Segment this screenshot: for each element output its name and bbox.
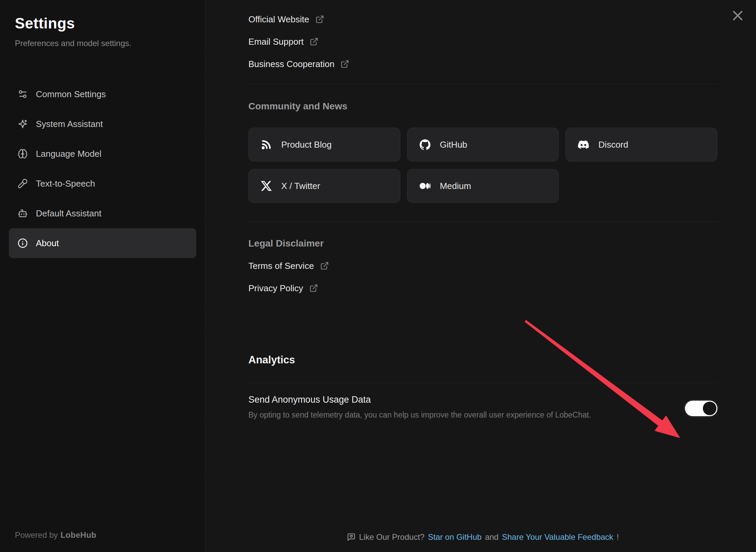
product-blog-button[interactable]: Product Blog [248, 128, 400, 162]
mic-icon [18, 178, 28, 189]
feedback-footer: Like Our Product? Star on GitHub and Sha… [248, 532, 717, 542]
divider [248, 383, 717, 383]
sidebar-item-about[interactable]: About [9, 228, 196, 258]
x-twitter-button[interactable]: X / Twitter [248, 169, 400, 203]
powered-by-text: Powered by [15, 530, 58, 539]
medium-button[interactable]: Medium [407, 169, 559, 203]
sliders-icon [18, 89, 28, 99]
sidebar-item-language-model[interactable]: Language Model [9, 139, 196, 169]
external-link-icon [320, 261, 329, 270]
external-link-icon [340, 60, 349, 68]
contact-links: Official Website Email Support Business … [248, 12, 717, 72]
external-link-icon [315, 15, 324, 24]
legal-heading: Legal Disclaimer [248, 238, 717, 249]
sidebar-item-label: Language Model [36, 149, 102, 159]
community-heading: Community and News [248, 101, 717, 112]
sparkles-icon [18, 119, 28, 129]
star-on-github-link[interactable]: Star on GitHub [428, 532, 482, 542]
business-cooperation-link[interactable]: Business Cooperation [248, 56, 717, 72]
divider [248, 222, 717, 222]
privacy-policy-link[interactable]: Privacy Policy [248, 280, 717, 296]
medium-icon [420, 181, 430, 191]
close-icon [730, 7, 746, 24]
sidebar-item-default-assistant[interactable]: Default Assistant [9, 198, 196, 228]
terms-of-service-link[interactable]: Terms of Service [248, 258, 717, 274]
sidebar-item-label: Default Assistant [36, 208, 102, 219]
close-button[interactable] [730, 7, 746, 24]
info-icon [18, 238, 28, 248]
footer-suffix: ! [617, 532, 619, 542]
github-button[interactable]: GitHub [407, 128, 559, 162]
github-icon [420, 139, 430, 150]
telemetry-setting-description: By opting to send telemetry data, you ca… [248, 410, 591, 420]
page-subtitle: Preferences and model settings. [15, 39, 196, 48]
footer-conjunction: and [485, 532, 498, 542]
sidebar-item-label: System Assistant [36, 119, 103, 129]
settings-menu: Common Settings System Assistant Languag… [9, 79, 196, 258]
sidebar-item-label: Text-to-Speech [36, 178, 95, 189]
sidebar-item-system-assistant[interactable]: System Assistant [9, 109, 196, 139]
email-support-link[interactable]: Email Support [248, 34, 717, 49]
feedback-message-icon [347, 533, 356, 542]
footer-prefix: Like Our Product? [359, 532, 424, 542]
powered-by: Powered byLobeHub [15, 530, 96, 540]
external-link-icon [310, 37, 318, 46]
legal-links: Terms of Service Privacy Policy [248, 258, 717, 296]
sidebar-item-label: About [36, 238, 59, 249]
community-buttons: Product Blog GitHub Discord X / Twitter … [248, 128, 717, 203]
telemetry-setting-title: Send Anonymous Usage Data [248, 395, 591, 405]
telemetry-setting-text: Send Anonymous Usage Data By opting to s… [248, 395, 591, 420]
page-title: Settings [15, 15, 196, 32]
telemetry-toggle[interactable] [685, 401, 717, 416]
divider [248, 84, 717, 84]
telemetry-setting-row: Send Anonymous Usage Data By opting to s… [248, 395, 717, 420]
lobehub-brand-link[interactable]: LobeHub [61, 530, 96, 539]
discord-button[interactable]: Discord [565, 128, 717, 162]
analytics-heading: Analytics [248, 354, 717, 366]
share-feedback-link[interactable]: Share Your Valuable Feedback [502, 532, 613, 542]
rss-icon [261, 139, 272, 150]
official-website-link[interactable]: Official Website [248, 12, 717, 27]
contact-us-heading: Contact Us [248, 0, 717, 3]
brain-icon [18, 149, 28, 159]
toggle-knob [703, 402, 716, 415]
x-twitter-icon [261, 181, 272, 191]
bot-icon [18, 208, 28, 218]
settings-sidebar: Settings Preferences and model settings.… [0, 0, 205, 552]
sidebar-item-label: Common Settings [36, 89, 106, 100]
external-link-icon [309, 284, 318, 293]
discord-icon [578, 139, 589, 150]
sidebar-item-text-to-speech[interactable]: Text-to-Speech [9, 169, 196, 198]
about-panel: Contact Us Official Website Email Suppor… [205, 0, 756, 552]
sidebar-item-common-settings[interactable]: Common Settings [9, 79, 196, 109]
